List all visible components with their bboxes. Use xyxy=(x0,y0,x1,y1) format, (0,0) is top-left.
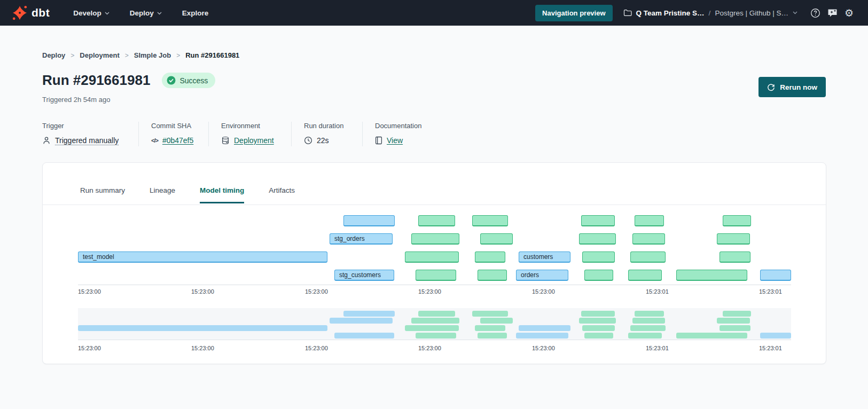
menu-develop-label: Develop xyxy=(73,9,101,17)
chevron-down-icon xyxy=(793,11,797,14)
axis-tick-label: 15:23:00 xyxy=(418,345,441,351)
axis-tick-label: 15:23:01 xyxy=(759,345,782,351)
minimap-bar xyxy=(480,318,513,324)
divider xyxy=(362,122,363,146)
tab-artifacts[interactable]: Artifacts xyxy=(269,186,295,203)
model-timing-chart: stg_orderstest_modelcustomersstg_custome… xyxy=(78,211,791,302)
gantt-bar[interactable] xyxy=(472,215,508,226)
settings-icon[interactable]: ⚙ xyxy=(844,8,854,18)
menu-explore-label: Explore xyxy=(182,9,209,17)
gantt-bar[interactable] xyxy=(723,215,751,226)
page-title: Run #291661981 xyxy=(42,72,150,89)
feedback-icon[interactable] xyxy=(827,9,838,18)
status-badge: Success xyxy=(162,73,215,88)
minimap-bar xyxy=(516,333,568,339)
axis-tick-label: 15:23:00 xyxy=(532,345,555,351)
gantt-bar[interactable] xyxy=(411,233,459,245)
axis-tick-label: 15:23:01 xyxy=(759,288,782,295)
gantt-bar[interactable] xyxy=(475,251,505,263)
minimap-bar xyxy=(78,325,327,331)
main-menu: Develop Deploy Explore xyxy=(73,9,208,17)
axis-tick-label: 15:23:00 xyxy=(78,288,101,295)
menu-deploy[interactable]: Deploy xyxy=(130,9,162,17)
axis-tick-label: 15:23:00 xyxy=(532,288,555,295)
meta-trigger-value[interactable]: Triggered manually xyxy=(55,136,119,145)
gantt-bar[interactable] xyxy=(628,270,662,281)
gantt-bar[interactable] xyxy=(405,251,459,263)
gantt-bar-stg_orders[interactable]: stg_orders xyxy=(330,233,393,245)
dbt-logo[interactable]: dbt xyxy=(12,5,50,21)
gantt-bar[interactable] xyxy=(717,233,750,245)
gantt-bar-stg_customers[interactable]: stg_customers xyxy=(334,270,394,281)
navigation-preview-button[interactable]: Navigation preview xyxy=(535,5,612,21)
menu-develop[interactable]: Develop xyxy=(73,9,110,17)
minimap-bar xyxy=(475,325,505,331)
gantt-bar-test_model[interactable]: test_model xyxy=(78,251,327,263)
gantt-bar[interactable] xyxy=(581,215,615,226)
gantt-bar[interactable] xyxy=(343,215,395,226)
gantt-bar[interactable] xyxy=(720,251,750,263)
minimap-bar xyxy=(519,325,570,331)
documentation-view-link[interactable]: View xyxy=(387,136,403,145)
breadcrumb-separator: > xyxy=(71,52,74,59)
minimap-bar xyxy=(628,333,662,339)
meta-commit-label: Commit SHA xyxy=(151,122,193,130)
commit-sha-link[interactable]: #0b47ef5 xyxy=(162,136,193,145)
gantt-bar[interactable] xyxy=(584,270,613,281)
help-icon[interactable] xyxy=(810,8,820,18)
gantt-bar[interactable] xyxy=(579,233,616,245)
minimap-bar xyxy=(411,318,459,324)
minimap-bar xyxy=(581,311,615,317)
gantt-bar[interactable] xyxy=(418,215,455,226)
breadcrumb-deploy[interactable]: Deploy xyxy=(42,51,65,59)
meta-run-duration: Run duration 22s xyxy=(304,122,343,145)
meta-docs-label: Documentation xyxy=(375,122,421,130)
menu-explore[interactable]: Explore xyxy=(182,9,209,17)
gantt-bar[interactable] xyxy=(760,270,791,281)
minimap-axis: 15:23:0015:23:0015:23:0015:23:0015:23:00… xyxy=(78,345,791,352)
divider xyxy=(208,122,209,146)
minimap-bar xyxy=(334,333,394,339)
tab-model-timing[interactable]: Model timing xyxy=(200,186,244,203)
minimap-bar xyxy=(472,311,508,317)
breadcrumb-job[interactable]: SImple Job xyxy=(134,51,171,59)
gantt-bar[interactable] xyxy=(478,270,507,281)
document-icon xyxy=(375,136,382,145)
rerun-now-label: Rerun now xyxy=(780,83,817,91)
axis-tick-label: 15:23:00 xyxy=(305,345,328,351)
minimap-bar xyxy=(584,333,613,339)
breadcrumb-separator: > xyxy=(125,52,129,59)
minimap-bar xyxy=(582,325,615,331)
rerun-now-button[interactable]: Rerun now xyxy=(758,77,826,97)
timeline-minimap[interactable] xyxy=(78,308,791,340)
axis-tick-label: 15:23:01 xyxy=(646,345,669,351)
minimap-bar xyxy=(760,333,791,339)
triggered-time: Triggered 2h 54m ago xyxy=(42,96,110,104)
gantt-bar[interactable] xyxy=(416,270,456,281)
database-icon xyxy=(221,136,230,145)
tab-lineage[interactable]: Lineage xyxy=(150,186,175,203)
minimap-bar xyxy=(635,311,664,317)
axis-tick-label: 15:23:00 xyxy=(191,288,214,295)
minimap-bar xyxy=(630,325,666,331)
run-detail-card: Run summary Lineage Model timing Artifac… xyxy=(42,162,826,364)
minimap-bar xyxy=(416,333,456,339)
environment-link[interactable]: Deployment xyxy=(234,136,274,145)
tabs-divider xyxy=(43,204,826,205)
gantt-bar[interactable] xyxy=(635,215,664,226)
tab-run-summary[interactable]: Run summary xyxy=(80,186,125,203)
account-name: Q Team Pristine S… xyxy=(636,9,705,17)
gantt-bar-customers[interactable]: customers xyxy=(519,251,570,263)
meta-trigger-label: Trigger xyxy=(42,122,119,130)
gantt-bar-orders[interactable]: orders xyxy=(516,270,568,281)
meta-trigger: Trigger Triggered manually xyxy=(42,122,119,145)
account-switcher[interactable]: Q Team Pristine S… / Postgres | Github |… xyxy=(623,9,797,17)
gantt-bar[interactable] xyxy=(582,251,615,263)
gantt-bar[interactable] xyxy=(676,270,747,281)
gantt-bar[interactable] xyxy=(630,251,666,263)
breadcrumb-deployment[interactable]: Deployment xyxy=(80,51,119,59)
gantt-bar[interactable] xyxy=(480,233,513,245)
minimap-bar xyxy=(478,333,507,339)
project-name: Postgres | Github | S… xyxy=(715,9,788,17)
gantt-bar[interactable] xyxy=(632,233,665,245)
